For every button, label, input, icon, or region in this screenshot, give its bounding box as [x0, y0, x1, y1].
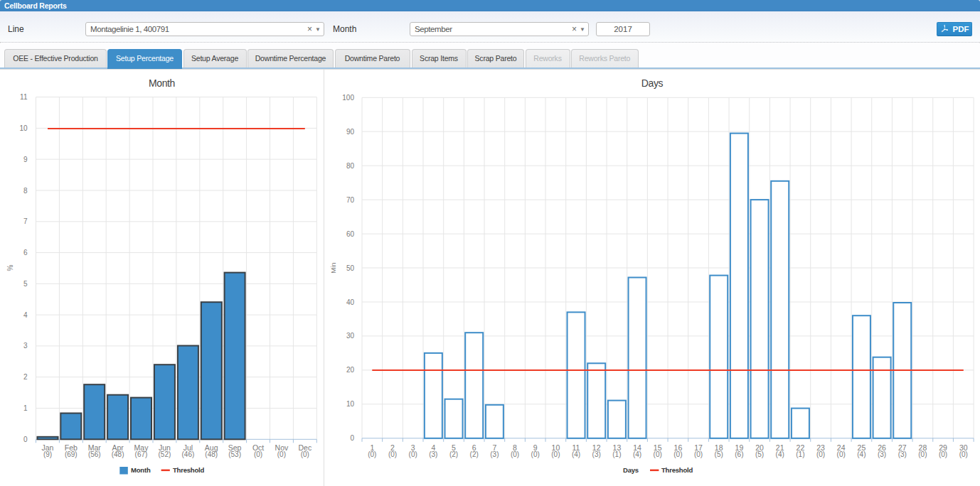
svg-text:(0): (0) — [959, 450, 968, 458]
svg-text:(2): (2) — [449, 450, 458, 458]
svg-text:(56): (56) — [88, 450, 101, 458]
svg-text:0: 0 — [350, 434, 354, 442]
svg-text:(1): (1) — [612, 450, 621, 458]
svg-text:60: 60 — [346, 230, 355, 238]
svg-text:40: 40 — [346, 298, 355, 306]
svg-text:5: 5 — [23, 280, 28, 288]
svg-text:7: 7 — [23, 217, 28, 225]
svg-text:8: 8 — [23, 187, 28, 195]
svg-text:Threshold: Threshold — [661, 466, 693, 474]
svg-text:(69): (69) — [65, 450, 78, 458]
svg-text:(48): (48) — [205, 450, 218, 458]
svg-text:(3): (3) — [898, 450, 907, 458]
svg-text:(0): (0) — [409, 450, 417, 458]
svg-text:50: 50 — [346, 264, 355, 272]
svg-text:(5): (5) — [755, 450, 764, 458]
svg-text:1: 1 — [23, 404, 28, 412]
svg-text:Days: Days — [641, 77, 664, 89]
svg-text:Days: Days — [623, 466, 639, 474]
svg-text:(0): (0) — [277, 450, 286, 458]
svg-text:(3): (3) — [490, 450, 499, 458]
svg-text:%: % — [6, 264, 14, 271]
svg-text:(4): (4) — [776, 450, 784, 458]
svg-text:(0): (0) — [939, 450, 947, 458]
svg-text:(4): (4) — [572, 450, 580, 458]
svg-text:90: 90 — [346, 128, 355, 136]
svg-text:Month: Month — [149, 77, 175, 89]
svg-text:6: 6 — [23, 249, 28, 256]
svg-text:2: 2 — [23, 373, 28, 381]
svg-text:(0): (0) — [654, 450, 662, 458]
svg-text:9: 9 — [23, 156, 28, 163]
svg-text:4: 4 — [23, 311, 28, 319]
svg-text:(0): (0) — [531, 450, 540, 458]
svg-text:(3): (3) — [878, 450, 886, 458]
svg-text:(0): (0) — [816, 450, 825, 458]
svg-text:11: 11 — [20, 93, 28, 101]
svg-text:(3): (3) — [592, 450, 601, 458]
svg-text:(9): (9) — [43, 450, 52, 458]
svg-text:(48): (48) — [112, 450, 124, 458]
svg-text:(0): (0) — [511, 450, 519, 458]
svg-text:(3): (3) — [429, 450, 437, 458]
svg-text:10: 10 — [19, 124, 28, 132]
svg-text:(0): (0) — [301, 450, 309, 458]
svg-text:0: 0 — [23, 436, 28, 443]
svg-text:(4): (4) — [633, 450, 641, 458]
svg-text:(0): (0) — [254, 450, 262, 458]
svg-text:(0): (0) — [694, 450, 703, 458]
svg-text:(2): (2) — [470, 450, 479, 458]
svg-text:(53): (53) — [228, 450, 241, 458]
svg-text:Min: Min — [329, 262, 337, 273]
svg-text:(1): (1) — [796, 450, 804, 458]
svg-text:10: 10 — [346, 400, 355, 408]
svg-text:(4): (4) — [857, 450, 866, 458]
svg-text:(0): (0) — [388, 450, 397, 458]
svg-text:100: 100 — [342, 94, 354, 102]
svg-text:(0): (0) — [673, 450, 682, 458]
svg-text:80: 80 — [346, 162, 355, 170]
svg-text:(67): (67) — [135, 450, 148, 458]
svg-text:30: 30 — [346, 332, 355, 340]
svg-text:Month: Month — [131, 466, 151, 474]
svg-text:(46): (46) — [182, 450, 195, 458]
svg-text:(0): (0) — [551, 450, 560, 458]
svg-text:(0): (0) — [918, 450, 927, 458]
svg-text:(52): (52) — [159, 450, 171, 458]
svg-text:Threshold: Threshold — [173, 466, 205, 474]
svg-text:70: 70 — [346, 196, 355, 204]
svg-text:(5): (5) — [715, 450, 723, 458]
svg-text:(6): (6) — [735, 450, 743, 458]
svg-text:20: 20 — [346, 366, 355, 374]
svg-text:3: 3 — [23, 342, 28, 350]
svg-text:(0): (0) — [368, 450, 376, 458]
svg-text:(0): (0) — [837, 450, 846, 458]
